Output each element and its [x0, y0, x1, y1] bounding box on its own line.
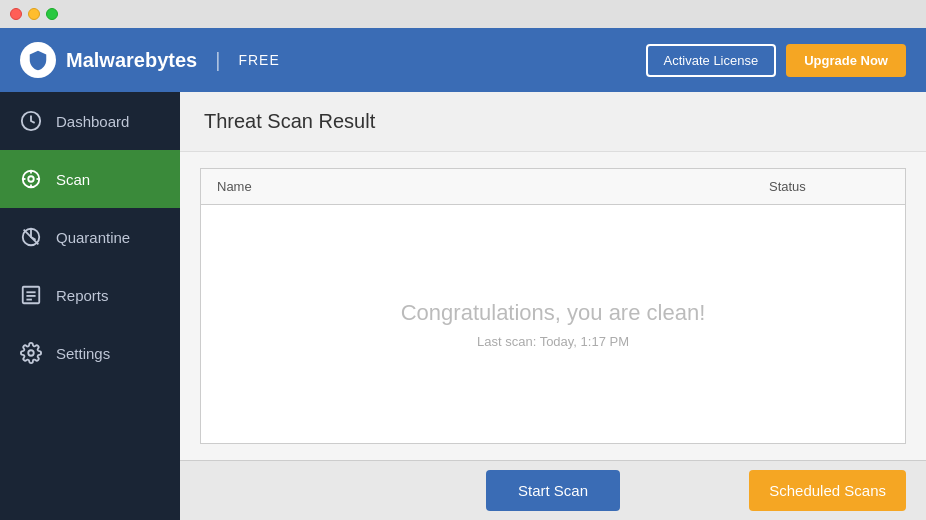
sidebar-item-scan[interactable]: Scan: [0, 150, 180, 208]
scheduled-scans-button[interactable]: Scheduled Scans: [749, 470, 906, 511]
upgrade-now-button[interactable]: Upgrade Now: [786, 44, 906, 77]
sidebar: Dashboard Scan: [0, 92, 180, 520]
logo-text: Malwarebytes: [66, 49, 197, 72]
start-scan-button[interactable]: Start Scan: [486, 470, 620, 511]
activate-license-button[interactable]: Activate License: [646, 44, 777, 77]
maximize-button[interactable]: [46, 8, 58, 20]
svg-point-13: [28, 350, 34, 356]
col-name-header: Name: [217, 179, 769, 194]
close-button[interactable]: [10, 8, 22, 20]
titlebar: [0, 0, 926, 28]
settings-icon: [20, 342, 42, 364]
last-scan-text: Last scan: Today, 1:17 PM: [477, 334, 629, 349]
col-status-header: Status: [769, 179, 889, 194]
header-buttons: Activate License Upgrade Now: [646, 44, 906, 77]
sidebar-item-quarantine[interactable]: Quarantine: [0, 208, 180, 266]
dashboard-icon: [20, 110, 42, 132]
page-title: Threat Scan Result: [204, 110, 902, 133]
content-area: Threat Scan Result Name Status Congratul…: [180, 92, 926, 520]
minimize-button[interactable]: [28, 8, 40, 20]
sidebar-item-dashboard[interactable]: Dashboard: [0, 92, 180, 150]
table-body: Congratulations, you are clean! Last sca…: [201, 205, 905, 443]
logo-edition: FREE: [238, 52, 279, 68]
app-container: Malwarebytes | FREE Activate License Upg…: [0, 28, 926, 520]
reports-icon: [20, 284, 42, 306]
sidebar-item-settings[interactable]: Settings: [0, 324, 180, 382]
reports-label: Reports: [56, 287, 109, 304]
logo-separator: |: [215, 49, 220, 72]
scan-icon: [20, 168, 42, 190]
quarantine-label: Quarantine: [56, 229, 130, 246]
footer: Start Scan Scheduled Scans: [180, 460, 926, 520]
content-header: Threat Scan Result: [180, 92, 926, 152]
scan-label: Scan: [56, 171, 90, 188]
quarantine-icon: [20, 226, 42, 248]
svg-point-2: [28, 176, 34, 182]
logo: Malwarebytes | FREE: [20, 42, 280, 78]
table-header-row: Name Status: [201, 169, 905, 205]
results-table: Name Status Congratulations, you are cle…: [200, 168, 906, 444]
main-layout: Dashboard Scan: [0, 92, 926, 520]
logo-icon: [20, 42, 56, 78]
settings-label: Settings: [56, 345, 110, 362]
sidebar-item-reports[interactable]: Reports: [0, 266, 180, 324]
dashboard-label: Dashboard: [56, 113, 129, 130]
app-header: Malwarebytes | FREE Activate License Upg…: [0, 28, 926, 92]
empty-message: Congratulations, you are clean!: [401, 300, 706, 326]
